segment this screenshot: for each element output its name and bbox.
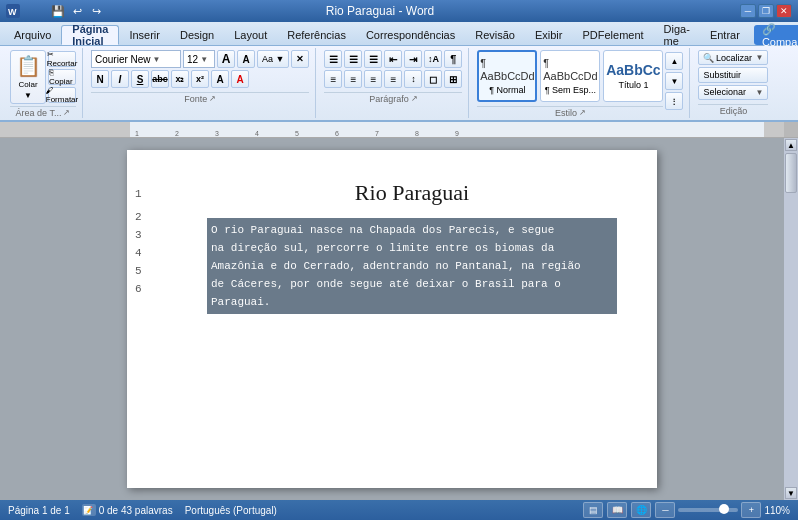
zoom-track[interactable] [678, 508, 738, 512]
view-print-button[interactable]: ▤ [583, 502, 603, 518]
change-case-button[interactable]: Aa ▼ [257, 50, 289, 68]
select-arrow: ▼ [756, 88, 764, 97]
tab-referencias[interactable]: Referências [277, 25, 356, 45]
style-titulo1[interactable]: AaBbCc Título 1 [603, 50, 663, 102]
show-marks-button[interactable]: ¶ [444, 50, 462, 68]
line-num-2: 2 [135, 208, 142, 226]
borders-button[interactable]: ⊞ [444, 70, 462, 88]
tab-revisao[interactable]: Revisão [465, 25, 525, 45]
paste-label: Colar [18, 80, 37, 89]
tab-design[interactable]: Design [170, 25, 224, 45]
tab-pdfelement[interactable]: PDFelement [572, 25, 653, 45]
window-controls: ─ ❐ ✕ [740, 4, 792, 18]
ruler-tick-5: 5 [295, 130, 299, 137]
justify-button[interactable]: ≡ [384, 70, 402, 88]
style-sem-esp[interactable]: ¶ AaBbCcDd ¶ Sem Esp... [540, 50, 600, 102]
tab-diga-me[interactable]: Diga-me [654, 25, 700, 45]
style-normal-label: ¶ Normal [489, 85, 525, 95]
paste-icon: 📋 [16, 54, 41, 78]
document-page[interactable]: 1 2 3 4 5 6 Rio Paraguai O rio Paraguai … [127, 150, 657, 488]
format-paint-button[interactable]: 🖌 Formatar [48, 87, 76, 103]
decrease-indent-button[interactable]: ⇤ [384, 50, 402, 68]
replace-label: Substituir [703, 70, 741, 80]
undo-qat-button[interactable]: ↩ [69, 3, 85, 19]
cut-button[interactable]: ✂ Recortar [48, 51, 76, 67]
sort-button[interactable]: ↕A [424, 50, 442, 68]
multilevel-button[interactable]: ☰ [364, 50, 382, 68]
save-qat-button[interactable]: 💾 [50, 3, 66, 19]
body-line-3: Amazônia e do Cerrado, adentrando no Pan… [211, 257, 613, 275]
tab-correspondencias[interactable]: Correspondências [356, 25, 465, 45]
styles-scroll-up[interactable]: ▲ [665, 52, 683, 70]
zoom-out-button[interactable]: ─ [655, 502, 675, 518]
restore-button[interactable]: ❐ [758, 4, 774, 18]
align-center-button[interactable]: ≡ [344, 70, 362, 88]
line-spacing-button[interactable]: ↕ [404, 70, 422, 88]
find-arrow: ▼ [755, 53, 763, 62]
align-right-button[interactable]: ≡ [364, 70, 382, 88]
ruler-tick-9: 9 [455, 130, 459, 137]
minimize-button[interactable]: ─ [740, 4, 756, 18]
style-normal[interactable]: ¶ AaBbCcDd ¶ Normal [477, 50, 537, 102]
bullets-button[interactable]: ☰ [324, 50, 342, 68]
bold-button[interactable]: N [91, 70, 109, 88]
line-num-6: 6 [135, 280, 142, 298]
tab-pagina-inicial[interactable]: Página Inicial [61, 25, 119, 45]
font-grow-button[interactable]: A [217, 50, 235, 68]
subscript-button[interactable]: x₂ [171, 70, 189, 88]
redo-qat-button[interactable]: ↪ [88, 3, 104, 19]
clear-format-button[interactable]: ✕ [291, 50, 309, 68]
document-body[interactable]: O rio Paraguai nasce na Chapada dos Pare… [207, 218, 617, 314]
numbered-button[interactable]: ☰ [344, 50, 362, 68]
paste-button[interactable]: 📋 Colar ▼ [10, 50, 46, 104]
tab-layout[interactable]: Layout [224, 25, 277, 45]
shading-button[interactable]: ◻ [424, 70, 442, 88]
view-web-button[interactable]: 🌐 [631, 502, 651, 518]
scroll-thumb[interactable] [785, 153, 797, 193]
scroll-up-arrow[interactable]: ▲ [785, 139, 797, 151]
document-content[interactable]: Rio Paraguai O rio Paraguai nasce na Cha… [207, 180, 617, 314]
tab-exibir[interactable]: Exibir [525, 25, 573, 45]
paragraph-group: ☰ ☰ ☰ ⇤ ⇥ ↕A ¶ ≡ ≡ ≡ ≡ ↕ ◻ ⊞ Parágrafo ↗ [318, 48, 469, 118]
window-title: Rio Paraguai - Word [20, 4, 740, 18]
text-color-button[interactable]: A [231, 70, 249, 88]
paste-dropdown[interactable]: ▼ [24, 91, 32, 100]
font-size-selector[interactable]: 12 ▼ [183, 50, 215, 68]
select-button[interactable]: Selecionar ▼ [698, 85, 768, 100]
view-read-button[interactable]: 📖 [607, 502, 627, 518]
ruler-tick-7: 7 [375, 130, 379, 137]
italic-button[interactable]: I [111, 70, 129, 88]
zoom-control[interactable]: ─ + 110% [655, 502, 790, 518]
ruler-tick-3: 3 [215, 130, 219, 137]
font-size-arrow: ▼ [200, 55, 208, 64]
editing-group: 🔍 Localizar ▼ Substituir Selecionar ▼ Ed… [692, 48, 774, 118]
tab-entrar[interactable]: Entrar [700, 25, 750, 45]
styles-more[interactable]: ⋮ [665, 92, 683, 110]
scroll-down-arrow[interactable]: ▼ [785, 487, 797, 499]
copy-button[interactable]: ⎘ Copiar [48, 69, 76, 85]
underline-button[interactable]: S [131, 70, 149, 88]
styles-scroll-down[interactable]: ▼ [665, 72, 683, 90]
align-left-button[interactable]: ≡ [324, 70, 342, 88]
font-name-selector[interactable]: Courier New ▼ [91, 50, 181, 68]
tab-inserir[interactable]: Inserir [119, 25, 170, 45]
zoom-level: 110% [764, 505, 790, 516]
page-canvas[interactable]: 1 2 3 4 5 6 Rio Paraguai O rio Paraguai … [0, 138, 784, 500]
styles-group: ¶ AaBbCcDd ¶ Normal ¶ AaBbCcDd ¶ Sem Esp… [471, 48, 690, 118]
text-highlight-button[interactable]: A [211, 70, 229, 88]
tab-compartilhar[interactable]: 🔗 Compartilhar [754, 25, 798, 45]
close-button[interactable]: ✕ [776, 4, 792, 18]
vertical-scrollbar[interactable]: ▲ ▼ [784, 138, 798, 500]
ribbon-tab-bar: Arquivo Página Inicial Inserir Design La… [0, 22, 798, 46]
paragraph-label: Parágrafo ↗ [324, 92, 462, 104]
find-button[interactable]: 🔍 Localizar ▼ [698, 50, 768, 65]
zoom-thumb[interactable] [719, 504, 729, 514]
zoom-in-button[interactable]: + [741, 502, 761, 518]
style-sem-label: ¶ Sem Esp... [545, 85, 596, 95]
font-shrink-button[interactable]: A [237, 50, 255, 68]
increase-indent-button[interactable]: ⇥ [404, 50, 422, 68]
tab-arquivo[interactable]: Arquivo [4, 25, 61, 45]
superscript-button[interactable]: x² [191, 70, 209, 88]
strikethrough-button[interactable]: abc [151, 70, 169, 88]
replace-button[interactable]: Substituir [698, 67, 768, 82]
